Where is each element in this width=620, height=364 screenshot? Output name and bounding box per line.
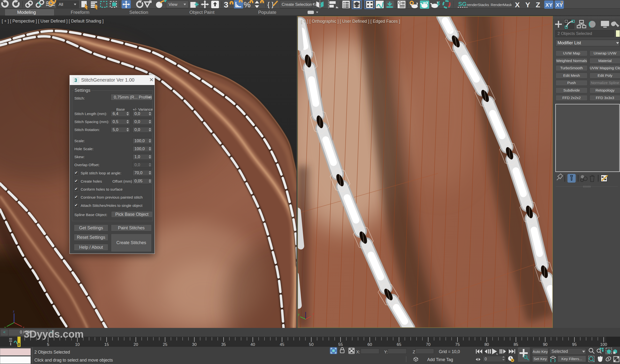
svg-text:Y: Y: [525, 1, 530, 9]
svg-text:10: 10: [75, 342, 80, 347]
svg-text:5: 5: [47, 342, 49, 347]
svg-text:100: 100: [600, 342, 607, 347]
svg-text:0: 0: [18, 342, 20, 347]
svg-text:Selection: Selection: [129, 10, 148, 15]
svg-text:x: x: [312, 312, 314, 316]
svg-text:Object Paint: Object Paint: [189, 10, 215, 15]
svg-text:35: 35: [221, 342, 226, 347]
svg-text:Z: Z: [536, 1, 540, 9]
svg-text:Freeform: Freeform: [71, 10, 89, 15]
svg-text:y: y: [298, 312, 300, 316]
svg-text:70: 70: [426, 342, 431, 347]
svg-text:25: 25: [163, 342, 167, 347]
svg-text:80: 80: [484, 342, 489, 347]
svg-text:90: 90: [543, 342, 548, 347]
svg-text:55: 55: [338, 342, 343, 347]
svg-text:x: x: [23, 325, 24, 328]
svg-text:0: 0: [485, 357, 487, 361]
svg-text:Create Selection Se: Create Selection Se: [282, 2, 318, 7]
svg-text:85: 85: [514, 342, 518, 347]
svg-text:?: ?: [560, 0, 563, 5]
svg-text:30: 30: [192, 342, 197, 347]
svg-text:Modeling: Modeling: [17, 10, 36, 15]
svg-text:RenderMask: RenderMask: [491, 3, 512, 7]
svg-text:20: 20: [133, 342, 138, 347]
svg-text:65: 65: [397, 342, 401, 347]
svg-text:15: 15: [104, 342, 109, 347]
svg-text:X: X: [515, 1, 520, 9]
svg-text:45: 45: [280, 342, 284, 347]
svg-text:All: All: [59, 2, 63, 7]
svg-text:SG: SG: [458, 1, 467, 7]
svg-text:95: 95: [572, 342, 577, 347]
svg-text:y: y: [4, 325, 6, 328]
svg-text:75: 75: [455, 342, 460, 347]
svg-text:renderStacks: renderStacks: [467, 3, 489, 7]
svg-text:XY: XY: [545, 2, 553, 8]
svg-text:3: 3: [224, 0, 228, 9]
svg-text:50: 50: [309, 342, 314, 347]
svg-text:60: 60: [367, 342, 372, 347]
svg-text:{ }: { }: [267, 1, 274, 8]
svg-text:Populate: Populate: [258, 10, 276, 15]
svg-text:z: z: [13, 309, 15, 313]
svg-text:View: View: [169, 2, 178, 7]
svg-text:40: 40: [250, 342, 255, 347]
